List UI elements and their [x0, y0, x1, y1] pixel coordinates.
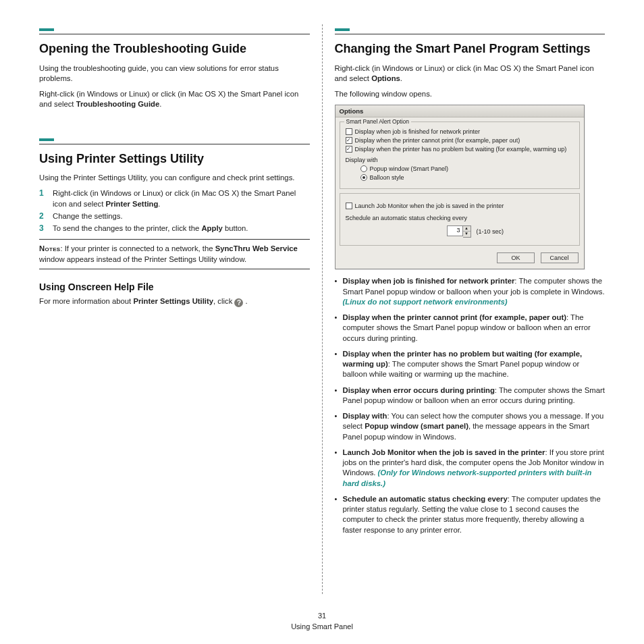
list-item: Launch Job Monitor when the job is saved…: [335, 448, 606, 489]
dialog-titlebar: Options: [336, 105, 584, 117]
step-number: 3: [39, 223, 53, 234]
footer-label: Using Smart Panel: [0, 622, 644, 632]
interval-spinner[interactable]: 3 ▲▼: [447, 225, 471, 238]
options-dialog: Options Smart Panel Alert Option Display…: [335, 105, 585, 269]
subheading-help-file: Using Onscreen Help File: [39, 281, 310, 292]
option-row: Popup window (Smart Panel): [360, 165, 574, 172]
spinner-arrows[interactable]: ▲▼: [463, 225, 471, 238]
right-column: Changing the Smart Panel Program Setting…: [323, 24, 618, 594]
bullet-list: Display when job is finished for network…: [335, 276, 606, 535]
step-item: 2Change the settings.: [39, 211, 310, 221]
lower-fieldset: Launch Job Monitor when the job is saved…: [340, 193, 580, 246]
paragraph: Using the Printer Settings Utility, you …: [39, 173, 310, 183]
option-row: Balloon style: [360, 174, 574, 181]
left-column: Opening the Troubleshooting Guide Using …: [27, 24, 322, 594]
steps-list: 1Right-click (in Windows or Linux) or cl…: [39, 188, 310, 234]
page-number: 31: [0, 611, 644, 621]
schedule-label: Schedule an automatic status checking ev…: [346, 215, 574, 221]
arrow-up-icon[interactable]: ▲: [463, 226, 471, 232]
menu-name: Troubleshooting Guide: [76, 100, 160, 108]
checkbox-unchecked[interactable]: [346, 128, 352, 135]
text-bold: SyncThru Web Service: [215, 244, 298, 252]
section-accent: [39, 138, 54, 141]
option-row: ✓Display when the printer has no problem…: [346, 146, 574, 153]
alert-option-fieldset: Smart Panel Alert Option Display when jo…: [340, 122, 580, 189]
text-bold: Printer Settings Utility: [133, 297, 213, 305]
notes-label: Notes: [39, 244, 60, 252]
arrow-down-icon[interactable]: ▼: [463, 232, 471, 237]
section-accent: [335, 28, 350, 31]
paragraph: The following window opens.: [335, 89, 606, 99]
text: .: [159, 100, 161, 108]
cancel-button[interactable]: Cancel: [541, 252, 579, 263]
list-item: Display when error occurs during printin…: [335, 385, 606, 406]
checkbox-label: Display when the printer has no problem …: [355, 146, 567, 153]
step-text: To send the changes to the printer, clic…: [53, 223, 248, 234]
checkbox-label: Launch Job Monitor when the job is saved…: [355, 203, 504, 209]
step-number: 2: [39, 211, 53, 221]
text: window appears instead of the Printer Se…: [39, 255, 246, 263]
note-emphasis: (Linux do not support network environmen…: [343, 298, 508, 306]
checkbox-checked[interactable]: ✓: [346, 146, 352, 153]
ok-button[interactable]: OK: [497, 252, 535, 263]
section-title-smart-panel-settings: Changing the Smart Panel Program Setting…: [335, 41, 606, 57]
option-row: ✓Display when the printer cannot print (…: [346, 137, 574, 144]
step-number: 1: [39, 188, 53, 209]
fieldset-legend: Smart Panel Alert Option: [344, 118, 412, 125]
list-item: Display with: You can select how the com…: [335, 411, 606, 442]
list-item: Display when the printer has no problem …: [335, 349, 606, 380]
paragraph: Right-click (in Windows or Linux) or cli…: [335, 63, 606, 84]
section-title-printer-settings: Using Printer Settings Utility: [39, 151, 310, 167]
spinner-hint: (1-10 sec): [477, 228, 504, 235]
step-item: 1Right-click (in Windows or Linux) or cl…: [39, 188, 310, 209]
page-body: Opening the Troubleshooting Guide Using …: [0, 0, 644, 594]
radio-unselected[interactable]: [360, 165, 367, 172]
checkbox-label: Display when job is finished for network…: [355, 128, 481, 135]
paragraph: Right-click (in Windows or Linux) or cli…: [39, 89, 310, 110]
dialog-button-row: OK Cancel: [336, 250, 584, 269]
spinner-row: 3 ▲▼ (1-10 sec): [346, 225, 574, 238]
section-rule: [335, 34, 606, 34]
paragraph: For more information about Printer Setti…: [39, 296, 310, 307]
page-footer: 31 Using Smart Panel: [0, 611, 644, 632]
note-emphasis: (Only for Windows network-supported prin…: [343, 468, 592, 487]
text: For more information about: [39, 297, 133, 305]
radio-label: Popup window (Smart Panel): [370, 165, 449, 172]
help-icon[interactable]: ?: [234, 298, 243, 307]
text: , click: [213, 297, 234, 305]
section-title-troubleshooting: Opening the Troubleshooting Guide: [39, 41, 310, 57]
list-item: Schedule an automatic status checking ev…: [335, 494, 606, 535]
list-item: Display when job is finished for network…: [335, 276, 606, 307]
menu-name: Options: [371, 74, 400, 82]
section-accent: [39, 28, 54, 31]
text: .: [246, 297, 248, 305]
list-item: Display when the printer cannot print (f…: [335, 313, 606, 344]
section-rule: [39, 144, 310, 144]
text: .: [400, 74, 402, 82]
section-rule: [39, 34, 310, 34]
step-text: Change the settings.: [53, 211, 123, 221]
text: : If your printer is connected to a netw…: [60, 244, 215, 252]
checkbox-checked[interactable]: ✓: [346, 137, 352, 144]
checkbox-unchecked[interactable]: [346, 203, 352, 209]
spinner-value[interactable]: 3: [447, 225, 463, 236]
notes-box: Notes: If your printer is connected to a…: [39, 239, 310, 269]
step-item: 3To send the changes to the printer, cli…: [39, 223, 310, 234]
paragraph: Using the troubleshooting guide, you can…: [39, 63, 310, 84]
radio-label: Balloon style: [370, 174, 404, 181]
option-row: Launch Job Monitor when the job is saved…: [346, 203, 574, 209]
radio-selected[interactable]: [360, 174, 367, 181]
option-row: Display when job is finished for network…: [346, 128, 574, 135]
checkbox-label: Display when the printer cannot print (f…: [355, 137, 520, 144]
step-text: Right-click (in Windows or Linux) or cli…: [53, 188, 310, 209]
display-with-label: Display with: [346, 157, 574, 163]
